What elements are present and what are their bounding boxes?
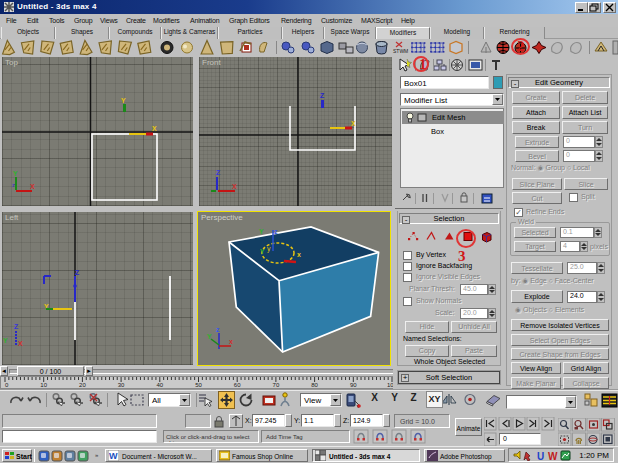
svg-text:90: 90: [350, 382, 357, 388]
svg-text:70: 70: [273, 382, 280, 388]
svg-text:0: 0: [5, 382, 9, 388]
svg-text:10: 10: [40, 382, 47, 388]
svg-text:X: X: [351, 120, 356, 127]
svg-text:x: x: [229, 338, 233, 345]
svg-text:Y: Y: [3, 337, 8, 344]
svg-text:Z: Z: [14, 323, 19, 330]
svg-text:20: 20: [79, 382, 86, 388]
svg-text:x: x: [297, 251, 301, 258]
svg-text:Z: Z: [75, 269, 80, 276]
svg-text:40: 40: [156, 382, 163, 388]
svg-text:50: 50: [195, 382, 202, 388]
svg-text:X: X: [18, 340, 23, 347]
svg-text:W: W: [548, 451, 558, 461]
svg-text:X: X: [30, 183, 35, 190]
svg-text:z: z: [216, 326, 220, 333]
svg-text:U: U: [537, 451, 544, 461]
svg-text:80: 80: [311, 382, 318, 388]
svg-text:30: 30: [118, 382, 125, 388]
svg-text:Y: Y: [121, 97, 126, 104]
svg-text:W: W: [109, 451, 118, 461]
svg-text:Z: Z: [320, 92, 325, 99]
svg-text:z: z: [12, 182, 15, 188]
svg-text:Y: Y: [259, 228, 264, 235]
svg-text:z: z: [274, 228, 278, 235]
svg-text:Z: Z: [216, 169, 221, 176]
svg-text:60: 60: [234, 382, 241, 388]
svg-text:Y: Y: [260, 248, 265, 255]
svg-text:X: X: [232, 183, 237, 190]
svg-text:y: y: [267, 245, 271, 253]
svg-text:STWM: STWM: [393, 48, 408, 54]
svg-text:X: X: [152, 125, 157, 132]
svg-text:Y: Y: [13, 170, 18, 177]
